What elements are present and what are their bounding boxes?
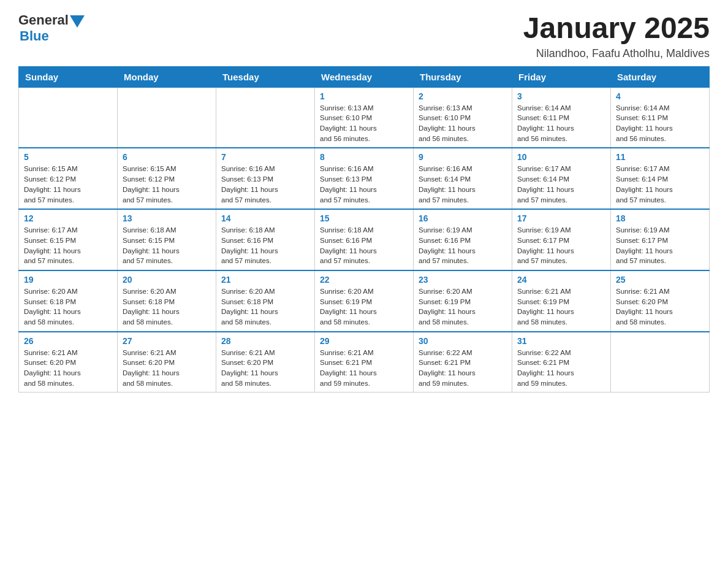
calendar-week-row: 5Sunrise: 6:15 AM Sunset: 6:12 PM Daylig…	[19, 148, 710, 209]
location-subtitle: Nilandhoo, Faafu Atholhu, Maldives	[523, 47, 710, 60]
calendar-empty-cell	[118, 87, 216, 148]
calendar-empty-cell	[19, 87, 118, 148]
day-info: Sunrise: 6:19 AM Sunset: 6:16 PM Dayligh…	[419, 225, 507, 266]
day-info: Sunrise: 6:15 AM Sunset: 6:12 PM Dayligh…	[24, 164, 112, 205]
calendar-day-12: 12Sunrise: 6:17 AM Sunset: 6:15 PM Dayli…	[19, 209, 118, 270]
day-info: Sunrise: 6:22 AM Sunset: 6:21 PM Dayligh…	[419, 348, 507, 389]
calendar-day-11: 11Sunrise: 6:17 AM Sunset: 6:14 PM Dayli…	[611, 148, 710, 209]
calendar-day-7: 7Sunrise: 6:16 AM Sunset: 6:13 PM Daylig…	[216, 148, 315, 209]
day-info: Sunrise: 6:20 AM Sunset: 6:19 PM Dayligh…	[419, 286, 507, 327]
calendar-day-9: 9Sunrise: 6:16 AM Sunset: 6:14 PM Daylig…	[414, 148, 512, 209]
day-info: Sunrise: 6:15 AM Sunset: 6:12 PM Dayligh…	[123, 164, 211, 205]
calendar-header-wednesday: Wednesday	[315, 66, 414, 87]
calendar-day-5: 5Sunrise: 6:15 AM Sunset: 6:12 PM Daylig…	[19, 148, 118, 209]
day-number: 29	[320, 336, 408, 346]
day-number: 26	[24, 336, 112, 346]
calendar-day-20: 20Sunrise: 6:20 AM Sunset: 6:18 PM Dayli…	[118, 270, 216, 332]
calendar-day-16: 16Sunrise: 6:19 AM Sunset: 6:16 PM Dayli…	[414, 209, 512, 270]
day-number: 1	[320, 91, 408, 101]
calendar-day-21: 21Sunrise: 6:20 AM Sunset: 6:18 PM Dayli…	[216, 270, 315, 332]
calendar-day-8: 8Sunrise: 6:16 AM Sunset: 6:13 PM Daylig…	[315, 148, 414, 209]
calendar-header-sunday: Sunday	[19, 66, 118, 87]
calendar-empty-cell	[216, 87, 315, 148]
day-number: 22	[320, 275, 408, 285]
calendar-header-monday: Monday	[118, 66, 216, 87]
calendar-header-row: SundayMondayTuesdayWednesdayThursdayFrid…	[19, 66, 710, 87]
day-info: Sunrise: 6:21 AM Sunset: 6:20 PM Dayligh…	[616, 286, 704, 327]
day-number: 3	[517, 91, 605, 101]
calendar-day-28: 28Sunrise: 6:21 AM Sunset: 6:20 PM Dayli…	[216, 332, 315, 393]
calendar-table: SundayMondayTuesdayWednesdayThursdayFrid…	[18, 66, 710, 393]
day-number: 16	[419, 213, 507, 223]
day-info: Sunrise: 6:21 AM Sunset: 6:21 PM Dayligh…	[320, 348, 408, 389]
logo-triangle-icon	[70, 15, 85, 28]
day-info: Sunrise: 6:22 AM Sunset: 6:21 PM Dayligh…	[517, 348, 605, 389]
day-info: Sunrise: 6:20 AM Sunset: 6:18 PM Dayligh…	[24, 286, 112, 327]
calendar-week-row: 1Sunrise: 6:13 AM Sunset: 6:10 PM Daylig…	[19, 87, 710, 148]
day-info: Sunrise: 6:16 AM Sunset: 6:13 PM Dayligh…	[221, 164, 309, 205]
calendar-day-17: 17Sunrise: 6:19 AM Sunset: 6:17 PM Dayli…	[512, 209, 611, 270]
day-number: 14	[221, 213, 309, 223]
day-number: 7	[221, 152, 309, 162]
calendar-day-27: 27Sunrise: 6:21 AM Sunset: 6:20 PM Dayli…	[118, 332, 216, 393]
calendar-day-10: 10Sunrise: 6:17 AM Sunset: 6:14 PM Dayli…	[512, 148, 611, 209]
calendar-day-3: 3Sunrise: 6:14 AM Sunset: 6:11 PM Daylig…	[512, 87, 611, 148]
calendar-day-26: 26Sunrise: 6:21 AM Sunset: 6:20 PM Dayli…	[19, 332, 118, 393]
calendar-day-14: 14Sunrise: 6:18 AM Sunset: 6:16 PM Dayli…	[216, 209, 315, 270]
day-number: 8	[320, 152, 408, 162]
calendar-day-25: 25Sunrise: 6:21 AM Sunset: 6:20 PM Dayli…	[611, 270, 710, 332]
calendar-day-4: 4Sunrise: 6:14 AM Sunset: 6:11 PM Daylig…	[611, 87, 710, 148]
day-number: 25	[616, 275, 704, 285]
day-number: 9	[419, 152, 507, 162]
day-number: 15	[320, 213, 408, 223]
day-info: Sunrise: 6:20 AM Sunset: 6:18 PM Dayligh…	[123, 286, 211, 327]
calendar-day-15: 15Sunrise: 6:18 AM Sunset: 6:16 PM Dayli…	[315, 209, 414, 270]
day-info: Sunrise: 6:13 AM Sunset: 6:10 PM Dayligh…	[419, 103, 507, 144]
day-number: 2	[419, 91, 507, 101]
day-number: 10	[517, 152, 605, 162]
day-number: 11	[616, 152, 704, 162]
day-info: Sunrise: 6:21 AM Sunset: 6:20 PM Dayligh…	[221, 348, 309, 389]
calendar-day-18: 18Sunrise: 6:19 AM Sunset: 6:17 PM Dayli…	[611, 209, 710, 270]
calendar-week-row: 26Sunrise: 6:21 AM Sunset: 6:20 PM Dayli…	[19, 332, 710, 393]
day-info: Sunrise: 6:16 AM Sunset: 6:14 PM Dayligh…	[419, 164, 507, 205]
calendar-day-2: 2Sunrise: 6:13 AM Sunset: 6:10 PM Daylig…	[414, 87, 512, 148]
calendar-day-19: 19Sunrise: 6:20 AM Sunset: 6:18 PM Dayli…	[19, 270, 118, 332]
day-info: Sunrise: 6:19 AM Sunset: 6:17 PM Dayligh…	[517, 225, 605, 266]
day-number: 30	[419, 336, 507, 346]
calendar-day-6: 6Sunrise: 6:15 AM Sunset: 6:12 PM Daylig…	[118, 148, 216, 209]
day-number: 31	[517, 336, 605, 346]
day-number: 28	[221, 336, 309, 346]
day-info: Sunrise: 6:14 AM Sunset: 6:11 PM Dayligh…	[616, 103, 704, 144]
day-number: 12	[24, 213, 112, 223]
calendar-day-22: 22Sunrise: 6:20 AM Sunset: 6:19 PM Dayli…	[315, 270, 414, 332]
day-info: Sunrise: 6:21 AM Sunset: 6:20 PM Dayligh…	[24, 348, 112, 389]
day-number: 19	[24, 275, 112, 285]
day-info: Sunrise: 6:18 AM Sunset: 6:16 PM Dayligh…	[221, 225, 309, 266]
day-number: 20	[123, 275, 211, 285]
day-info: Sunrise: 6:17 AM Sunset: 6:14 PM Dayligh…	[616, 164, 704, 205]
day-number: 6	[123, 152, 211, 162]
title-block: January 2025 Nilandhoo, Faafu Atholhu, M…	[523, 12, 710, 60]
day-info: Sunrise: 6:17 AM Sunset: 6:14 PM Dayligh…	[517, 164, 605, 205]
day-info: Sunrise: 6:20 AM Sunset: 6:19 PM Dayligh…	[320, 286, 408, 327]
day-number: 27	[123, 336, 211, 346]
day-number: 17	[517, 213, 605, 223]
calendar-day-24: 24Sunrise: 6:21 AM Sunset: 6:19 PM Dayli…	[512, 270, 611, 332]
calendar-day-1: 1Sunrise: 6:13 AM Sunset: 6:10 PM Daylig…	[315, 87, 414, 148]
calendar-header-thursday: Thursday	[414, 66, 512, 87]
day-info: Sunrise: 6:16 AM Sunset: 6:13 PM Dayligh…	[320, 164, 408, 205]
day-number: 5	[24, 152, 112, 162]
calendar-header-friday: Friday	[512, 66, 611, 87]
calendar-empty-cell	[611, 332, 710, 393]
day-info: Sunrise: 6:13 AM Sunset: 6:10 PM Dayligh…	[320, 103, 408, 144]
calendar-header-saturday: Saturday	[611, 66, 710, 87]
day-info: Sunrise: 6:17 AM Sunset: 6:15 PM Dayligh…	[24, 225, 112, 266]
day-number: 18	[616, 213, 704, 223]
day-number: 24	[517, 275, 605, 285]
day-info: Sunrise: 6:21 AM Sunset: 6:19 PM Dayligh…	[517, 286, 605, 327]
calendar-header-tuesday: Tuesday	[216, 66, 315, 87]
day-info: Sunrise: 6:18 AM Sunset: 6:15 PM Dayligh…	[123, 225, 211, 266]
logo-blue-text: Blue	[20, 28, 49, 44]
calendar-day-29: 29Sunrise: 6:21 AM Sunset: 6:21 PM Dayli…	[315, 332, 414, 393]
